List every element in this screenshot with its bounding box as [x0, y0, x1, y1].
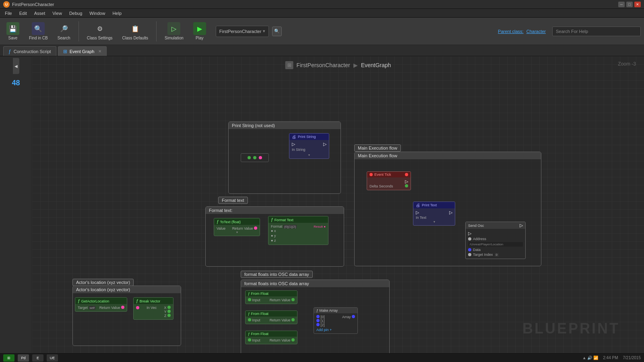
close-btn[interactable]: ✕ — [634, 2, 641, 7]
event-tick-node[interactable]: Event Tick ▷ Delta Seconds — [367, 171, 411, 190]
debug-filter-label: FirstPersonCharacter — [219, 29, 262, 34]
tab-label-construction: Construction Script — [14, 49, 51, 54]
class-defaults-button[interactable]: 📋 Class Defaults — [119, 21, 151, 42]
blueprint-watermark: BLUEPRINT — [522, 320, 620, 337]
print-string-exec-in: ▷ ▷ — [292, 142, 326, 147]
simulation-icon: ▷ — [167, 22, 180, 35]
breadcrumb-sep: ▶ — [353, 62, 358, 68]
defaults-icon: 📋 — [129, 22, 142, 35]
format-text-node[interactable]: ƒ Format Text Format {0}{1}{2} Result ● … — [268, 216, 328, 245]
format-text-group-title: Format text: — [206, 207, 344, 214]
print-string-group-title: Print String (not used) — [229, 122, 341, 129]
breadcrumb-project[interactable]: FirstPersonCharacter — [297, 62, 350, 68]
class-settings-label: Class Settings — [87, 36, 113, 40]
menu-window[interactable]: Window — [86, 10, 108, 16]
send-osc-node[interactable]: Send Osc ▷ ▷ Address /Unreal/Player/Loca… — [465, 222, 526, 259]
break-vector-node[interactable]: ƒ Break Vector In Vec X Y Z — [133, 297, 173, 320]
print-string-node[interactable]: 🖨 Print String ▷ ▷ In String ▾ — [289, 133, 329, 159]
save-label: Save — [8, 36, 18, 40]
menu-file[interactable]: File — [2, 10, 15, 16]
maximize-btn[interactable]: □ — [626, 2, 633, 7]
titlebar: U FirstPersonCharacter ─ □ ✕ — [0, 0, 644, 9]
blueprint-canvas[interactable]: ⊞ FirstPersonCharacter ▶ EventGraph Zoom… — [32, 56, 644, 353]
search-button[interactable]: 🔎 Search — [54, 21, 74, 42]
find-label: Find in CB — [29, 36, 48, 40]
print-string-node-title: 🖨 Print String — [289, 134, 329, 140]
toolbar-separator-1 — [78, 21, 79, 41]
taskbar-ue[interactable]: UE — [47, 354, 58, 362]
format-floats-comment: format floats into OSC data array — [241, 271, 313, 278]
get-actor-location-node[interactable]: ƒ GetActorLocation Target self Return Va… — [75, 297, 127, 312]
from-float-2-node[interactable]: ƒ From Float Input Return Value — [245, 311, 297, 324]
make-array-node[interactable]: ƒ Make Array [0] Array [1] [2] Add pin + — [314, 307, 358, 334]
search-label: Search — [58, 36, 70, 40]
menubar: File Edit Asset View Debug Window Help — [0, 9, 644, 18]
print-text-node[interactable]: 🖨 Print Text ▷ ▷ In Text ▾ — [413, 202, 455, 226]
settings-icon: ⚙ — [93, 22, 106, 35]
tab-label-event-graph: Event Graph — [70, 49, 95, 54]
tab-icon-construction: ƒ — [8, 49, 11, 54]
toolbar-separator-2 — [156, 21, 157, 41]
simulation-label: Simulation — [165, 36, 184, 40]
app-logo: U — [3, 1, 10, 8]
search-placeholder: Search For Help — [556, 29, 588, 34]
find-in-cb-button[interactable]: 🔍 Find in CB — [26, 21, 51, 42]
sidebar: ◀ 48 — [0, 56, 32, 353]
taskbar-pa[interactable]: Pd — [18, 354, 29, 362]
debug-filter-dropdown-icon: ▾ — [263, 29, 265, 34]
sidebar-num-display: 48 — [12, 79, 20, 87]
wire-connections — [32, 56, 153, 117]
tab-event-graph[interactable]: ⊞ Event Graph ✕ — [58, 46, 107, 56]
print-string-in-string: In String — [292, 147, 326, 152]
menu-edit[interactable]: Edit — [16, 10, 30, 16]
play-button[interactable]: ▶ Play — [190, 21, 209, 42]
format-text-comment: Format text — [218, 197, 248, 204]
statusbar-right: ▲ 🔊 📶 2:44 PM 7/21/2015 — [582, 356, 641, 360]
to-text-float-node[interactable]: ƒ ToText (float) Value Return Value ▾ — [214, 218, 260, 236]
minimize-btn[interactable]: ─ — [618, 2, 625, 7]
clock: 2:44 PM — [603, 356, 618, 360]
parent-class: Parent class: Character — [498, 29, 546, 34]
class-settings-button[interactable]: ⚙ Class Settings — [84, 21, 116, 42]
date: 7/21/2015 — [623, 356, 641, 360]
play-icon: ▶ — [193, 22, 206, 35]
zoom-label: Zoom -3 — [618, 61, 636, 67]
statusbar: ⊞ Pd E UE ▲ 🔊 📶 2:44 PM 7/21/2015 — [0, 353, 644, 362]
debug-filter[interactable]: FirstPersonCharacter ▾ — [216, 26, 269, 37]
title-text: FirstPersonCharacter — [12, 2, 616, 7]
menu-help[interactable]: Help — [109, 10, 125, 16]
main-exec-group-title: Main Execution flow — [355, 152, 541, 159]
main-exec-group: Main Execution flow Event Tick ▷ D — [354, 152, 541, 266]
tab-close-icon[interactable]: ✕ — [98, 49, 101, 53]
play-label: Play — [196, 36, 203, 40]
menu-debug[interactable]: Debug — [66, 10, 85, 16]
breadcrumb: ⊞ FirstPersonCharacter ▶ EventGraph — [285, 61, 391, 69]
from-float-1-node[interactable]: ƒ From Float Input Return Value — [245, 290, 297, 304]
debug-search-icon[interactable]: 🔍 — [272, 27, 282, 36]
tab-construction-script[interactable]: ƒ Construction Script — [3, 46, 56, 56]
system-tray: ▲ 🔊 📶 — [582, 356, 598, 360]
format-text-group: Format text: ƒ ToText (float) Value Retu… — [205, 206, 344, 267]
parent-class-link[interactable]: Character — [526, 29, 546, 34]
start-button[interactable]: ⊞ — [3, 354, 14, 362]
format-floats-group-title: format floats into OSC data array — [241, 280, 389, 287]
breadcrumb-icon: ⊞ — [285, 61, 293, 69]
actors-location-group: Actor's location (xyz vector) ƒ GetActor… — [72, 286, 181, 346]
actors-location-comment: Actor's location (xyz vector) — [72, 279, 134, 286]
save-icon: 💾 — [6, 22, 19, 35]
menu-view[interactable]: View — [49, 10, 65, 16]
menu-asset[interactable]: Asset — [31, 10, 49, 16]
toolbar: 💾 Save 🔍 Find in CB 🔎 Search ⚙ Class Set… — [0, 18, 644, 45]
simulation-button[interactable]: ▷ Simulation — [161, 21, 187, 42]
breadcrumb-current: EventGraph — [361, 62, 391, 68]
taskbar-epic[interactable]: E — [32, 354, 43, 362]
format-floats-group: format floats into OSC data array ƒ From… — [241, 280, 390, 353]
save-button[interactable]: 💾 Save — [3, 21, 23, 42]
sidebar-toggle[interactable]: ◀ — [13, 58, 19, 74]
from-float-3-node[interactable]: ƒ From Float Input Return Value — [245, 331, 297, 344]
string-concat-node[interactable] — [241, 153, 269, 162]
find-icon: 🔍 — [32, 22, 45, 35]
search-icon: 🔎 — [58, 22, 70, 35]
actors-location-group-title: Actor's location (xyz vector) — [73, 286, 181, 293]
search-for-help[interactable]: Search For Help — [552, 27, 641, 36]
